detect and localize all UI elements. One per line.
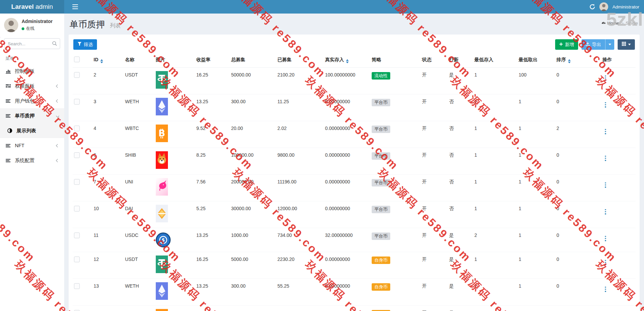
cell-subscribe: 否 — [448, 175, 473, 201]
sidebar-item-label: 权限面板 — [15, 83, 34, 89]
column-header-real[interactable]: 真实存入 — [324, 53, 370, 68]
breadcrumb: Home > Single — [601, 20, 638, 26]
row-checkbox-cell — [73, 228, 92, 252]
table-header-row: ID名称图片收益率总募集已募集真实存入简略状态打新最低存入最低取出排序操作 — [73, 53, 636, 68]
row-checkbox-cell — [73, 279, 92, 306]
navbar-username[interactable]: Administrator — [612, 4, 639, 9]
weth-icon — [156, 98, 168, 115]
main-content: 单币质押 列表 Home > Single — [64, 14, 644, 311]
row-checkbox[interactable] — [74, 99, 80, 105]
cell-total: 300.00 — [230, 279, 276, 306]
row-checkbox[interactable] — [74, 152, 80, 158]
search-icon[interactable] — [52, 41, 57, 46]
row-checkbox[interactable] — [74, 257, 80, 262]
cell-real: 32.00000000 — [324, 228, 370, 252]
sort-arrows-icon[interactable] — [568, 59, 571, 63]
category-badge: 自身币 — [372, 257, 390, 264]
row-checkbox[interactable] — [74, 126, 80, 131]
row-actions-icon[interactable] — [602, 74, 609, 82]
cell-subscribe: 否 — [448, 201, 473, 228]
row-actions-icon[interactable] — [602, 208, 609, 216]
cell-icon: B — [154, 121, 195, 148]
cell-ops — [601, 148, 636, 175]
row-checkbox-cell — [73, 252, 92, 279]
sidebar-item-控制面板[interactable]: 控制面板 — [0, 64, 64, 79]
sidebar: Administrator 在线 菜单 控制面板权限面板用户钱包单币质押展示列表… — [0, 14, 64, 311]
category-badge: 平台币 — [372, 179, 390, 186]
cell-real: 0.00000000 — [324, 201, 370, 228]
sort-arrows-icon[interactable] — [100, 59, 103, 63]
cell-id: 3 — [92, 94, 124, 121]
sidebar-item-系统配置[interactable]: 系统配置 — [0, 153, 64, 168]
cell-ops — [601, 175, 636, 201]
refresh-icon[interactable] — [589, 4, 595, 10]
column-selector-button[interactable] — [618, 39, 635, 50]
filter-button[interactable]: 筛选 — [73, 39, 97, 50]
sidebar-username: Administrator — [22, 19, 53, 24]
usdc-icon: $ — [156, 232, 171, 247]
category-badge: 流动性 — [372, 72, 390, 80]
row-actions-icon[interactable] — [602, 101, 609, 109]
row-actions-icon[interactable] — [602, 128, 609, 135]
column-header-sort[interactable]: 排序 — [555, 53, 601, 68]
select-all-checkbox[interactable] — [74, 57, 80, 62]
cell-total: 300.00 — [230, 94, 276, 121]
cell-name: SHIB — [124, 148, 154, 175]
sort-arrows-icon[interactable] — [346, 59, 349, 63]
category-badge: 平台币 — [372, 152, 390, 160]
cell-raised: 55.25 — [276, 279, 324, 306]
cell-badge: 平台币 — [370, 121, 421, 148]
cell-min_deposit: 1 — [473, 68, 517, 94]
row-actions-icon[interactable] — [602, 259, 609, 266]
category-badge: 平台币 — [372, 99, 390, 106]
user-avatar[interactable] — [599, 2, 608, 11]
sidebar-item-用户钱包[interactable]: 用户钱包 — [0, 93, 64, 108]
row-checkbox[interactable] — [74, 179, 80, 185]
cell-subscribe: 否 — [448, 94, 473, 121]
table-row: 3WETH13.25300.0011.250.00000000平台币开否110 — [73, 94, 636, 121]
row-checkbox[interactable] — [74, 72, 80, 78]
row-actions-icon[interactable] — [602, 155, 609, 162]
cell-real: 0.00000000 — [324, 306, 370, 311]
breadcrumb-current: Single — [626, 21, 638, 26]
app-logo[interactable]: Laravel admin — [0, 0, 64, 14]
cell-real: 0.00000000 — [324, 121, 370, 148]
create-button[interactable]: 新增 — [555, 39, 578, 50]
plus-icon — [559, 42, 563, 47]
grid-box: 筛选 新增 导出 — [69, 35, 640, 311]
sidebar-item-NFT[interactable]: NFT — [0, 138, 64, 153]
row-checkbox[interactable] — [74, 232, 80, 238]
cell-icon — [154, 94, 195, 121]
row-actions-icon[interactable] — [602, 235, 609, 242]
wbtc-icon: B — [156, 309, 168, 311]
export-dropdown-caret[interactable] — [605, 39, 614, 50]
column-header-min_withdraw: 最低取出 — [517, 53, 555, 68]
breadcrumb-home[interactable]: Home — [601, 20, 619, 26]
column-header-id[interactable]: ID — [92, 53, 124, 68]
top-navbar: Laravel admin Administrator — [0, 0, 644, 14]
sidebar-item-展示列表[interactable]: 展示列表 — [0, 123, 64, 138]
list-icon — [5, 113, 12, 118]
sidebar-item-单币质押[interactable]: 单币质押 — [0, 108, 64, 123]
cell-real: 0.00000000 — [324, 148, 370, 175]
column-header-rate: 收益率 — [195, 53, 230, 68]
cell-sort: 0 — [555, 252, 601, 279]
sidebar-toggle-icon[interactable] — [69, 0, 82, 14]
row-actions-icon[interactable] — [602, 181, 609, 189]
row-checkbox[interactable] — [74, 206, 80, 212]
dai-icon — [156, 205, 168, 222]
cell-status: 开 — [421, 148, 448, 175]
cell-id: 11 — [92, 228, 124, 252]
cell-min_withdraw: 1 — [517, 201, 555, 228]
sidebar-item-权限面板[interactable]: 权限面板 — [0, 79, 64, 93]
cell-raised: 2.02 — [276, 121, 324, 148]
cell-rate: 8.25 — [195, 148, 230, 175]
cell-min_withdraw: 1 — [517, 175, 555, 201]
export-button[interactable]: 导出 — [581, 39, 605, 50]
cell-total: 1000.00 — [230, 228, 276, 252]
cell-min_deposit: 1 — [473, 148, 517, 175]
row-checkbox[interactable] — [74, 283, 80, 289]
list-icon — [5, 158, 12, 163]
cell-min_withdraw: 1 — [517, 121, 555, 148]
row-actions-icon[interactable] — [602, 286, 609, 293]
